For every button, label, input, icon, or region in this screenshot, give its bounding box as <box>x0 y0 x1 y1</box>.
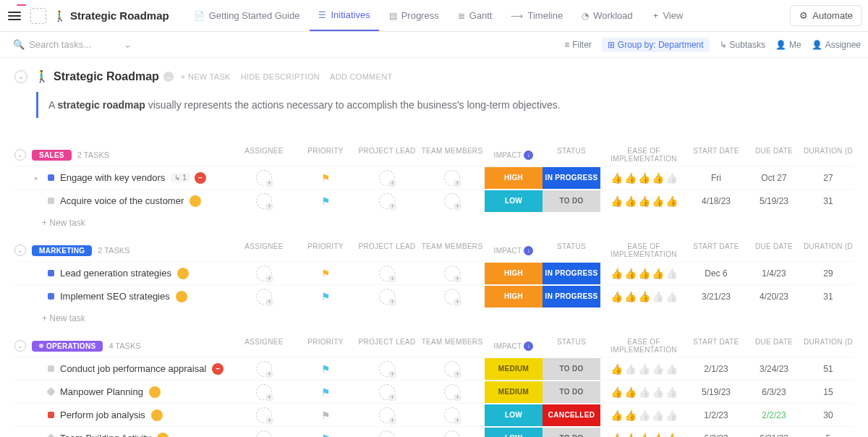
team-member-add[interactable] <box>444 361 460 377</box>
task-row[interactable]: Acquire voice of the customer ⚑ LOW TO D… <box>14 189 854 212</box>
assignee-add[interactable] <box>256 407 272 423</box>
status-badge[interactable]: IN PROGRESS <box>542 167 600 189</box>
impact-badge[interactable]: HIGH <box>485 286 542 307</box>
start-date[interactable]: 1/2/23 <box>687 404 745 426</box>
assignee-add[interactable] <box>256 193 272 209</box>
tab-getting-started-guide[interactable]: 📄Getting Started Guide <box>185 0 309 31</box>
assignee-add[interactable] <box>256 289 272 305</box>
ease-rating[interactable]: 👍👍👍👍👍 <box>600 358 687 380</box>
duration[interactable]: 51 <box>803 358 854 380</box>
ease-rating[interactable]: 👍👍👍👍👍 <box>600 428 687 438</box>
task-name[interactable]: Engage with key vendors <box>60 172 165 183</box>
project-lead-add[interactable] <box>379 407 395 423</box>
due-date[interactable]: 4/20/23 <box>745 286 803 307</box>
new-task-button[interactable]: + NEW TASK <box>181 72 231 81</box>
project-lead-add[interactable] <box>379 430 395 438</box>
duration[interactable]: 5 <box>803 428 854 438</box>
duration[interactable]: 27 <box>803 167 854 189</box>
tab-workload[interactable]: ◔Workload <box>573 0 642 31</box>
start-date[interactable]: 2/1/23 <box>687 358 745 380</box>
priority-flag-icon[interactable]: ⚑ <box>321 195 331 207</box>
assignee-add[interactable] <box>256 266 272 281</box>
start-date[interactable]: 3/21/23 <box>687 286 745 307</box>
duration[interactable]: 31 <box>803 190 854 212</box>
duration[interactable]: 30 <box>803 404 854 426</box>
group-pill[interactable]: MARKETING <box>32 245 92 256</box>
impact-badge[interactable]: LOW <box>485 190 542 212</box>
impact-badge[interactable]: HIGH <box>485 167 542 189</box>
status-badge[interactable]: TO DO <box>542 190 600 212</box>
duration[interactable]: 29 <box>803 263 854 284</box>
list-title[interactable]: 🚶‍♂️ Strategic Roadmap … <box>35 69 174 83</box>
project-lead-add[interactable] <box>379 266 395 281</box>
task-name[interactable]: Lead generation strategies <box>60 268 171 279</box>
start-date[interactable]: 5/19/23 <box>687 381 745 403</box>
sort-icon[interactable]: ↓ <box>524 246 533 255</box>
task-row[interactable]: Conduct job performance appraisal − ⚑ ME… <box>14 357 854 380</box>
impact-badge[interactable]: MEDIUM <box>485 358 542 380</box>
description[interactable]: A strategic roadmap visually represents … <box>36 92 615 118</box>
status-badge[interactable]: IN PROGRESS <box>542 286 600 307</box>
due-date[interactable]: 3/24/23 <box>745 358 803 380</box>
team-member-add[interactable] <box>444 289 460 305</box>
due-date[interactable]: Oct 27 <box>745 167 803 189</box>
collapse-toggle[interactable]: ⌄ <box>14 70 27 83</box>
menu-button[interactable]: 6 <box>6 7 23 25</box>
team-member-add[interactable] <box>444 430 460 438</box>
task-row[interactable]: Perform job analysis ⚑ LOW CANCELLED 👍👍👍… <box>14 403 854 426</box>
duration[interactable]: 31 <box>803 286 854 307</box>
project-lead-add[interactable] <box>379 170 395 186</box>
impact-badge[interactable]: MEDIUM <box>485 381 542 403</box>
group-by-button[interactable]: ⊞Group by: Department <box>602 38 710 52</box>
sort-icon[interactable]: ↓ <box>524 150 533 160</box>
task-name[interactable]: Team Building Activity <box>60 433 151 437</box>
due-date[interactable]: 1/4/23 <box>745 263 803 284</box>
impact-badge[interactable]: LOW <box>485 428 542 438</box>
project-lead-add[interactable] <box>379 361 395 377</box>
team-member-add[interactable] <box>444 384 460 400</box>
priority-flag-icon[interactable]: ⚑ <box>321 363 331 375</box>
add-comment-button[interactable]: ADD COMMENT <box>330 72 392 81</box>
project-lead-add[interactable] <box>379 289 395 305</box>
assignee-button[interactable]: 👤Assignee <box>812 40 861 50</box>
priority-flag-icon[interactable]: ⚑ <box>321 433 331 438</box>
search-input[interactable]: 🔍 Search tasks... ⌄ <box>7 36 137 53</box>
start-date[interactable]: Dec 6 <box>687 263 745 284</box>
duration[interactable]: 15 <box>803 381 854 403</box>
status-badge[interactable]: TO DO <box>542 428 600 438</box>
priority-flag-icon[interactable]: ⚑ <box>321 172 331 184</box>
task-name[interactable]: Conduct job performance appraisal <box>60 363 206 374</box>
status-badge[interactable]: CANCELLED <box>542 404 600 426</box>
add-view-button[interactable]: + View <box>644 10 692 21</box>
tab-progress[interactable]: ▤Progress <box>380 0 448 31</box>
task-name[interactable]: Acquire voice of the customer <box>60 195 184 206</box>
new-task-button[interactable]: + New task <box>14 212 854 228</box>
due-date[interactable]: 6/21/23 <box>745 428 803 438</box>
impact-badge[interactable]: HIGH <box>485 263 542 284</box>
due-date[interactable]: 2/2/23 <box>745 404 803 426</box>
group-pill[interactable]: OPERATIONS <box>32 341 103 352</box>
subtask-count[interactable]: ↳1 <box>171 173 190 182</box>
assignee-add[interactable] <box>256 430 272 438</box>
priority-flag-icon[interactable]: ⚑ <box>321 268 331 279</box>
ease-rating[interactable]: 👍👍👍👍👍 <box>600 263 687 284</box>
start-date[interactable]: 4/18/23 <box>687 190 745 212</box>
assignee-add[interactable] <box>256 361 272 377</box>
project-lead-add[interactable] <box>379 384 395 400</box>
status-badge[interactable]: TO DO <box>542 358 600 380</box>
project-lead-add[interactable] <box>379 193 395 209</box>
space-icon[interactable] <box>30 8 46 24</box>
tab-initiatives[interactable]: ☰Initiatives <box>310 0 378 31</box>
team-member-add[interactable] <box>444 170 460 186</box>
ease-rating[interactable]: 👍👍👍👍👍 <box>600 404 687 426</box>
new-task-button[interactable]: + New task <box>14 307 854 323</box>
task-row[interactable]: ▸ Engage with key vendors ↳1− ⚑ HIGH IN … <box>14 166 854 189</box>
ease-rating[interactable]: 👍👍👍👍👍 <box>600 381 687 403</box>
ease-rating[interactable]: 👍👍👍👍👍 <box>600 167 687 189</box>
impact-badge[interactable]: LOW <box>485 404 542 426</box>
ease-rating[interactable]: 👍👍👍👍👍 <box>600 190 687 212</box>
priority-flag-icon[interactable]: ⚑ <box>321 291 331 302</box>
due-date[interactable]: 5/19/23 <box>745 190 803 212</box>
group-pill[interactable]: SALES <box>32 150 72 161</box>
group-collapse-toggle[interactable]: ⌄ <box>14 149 26 161</box>
